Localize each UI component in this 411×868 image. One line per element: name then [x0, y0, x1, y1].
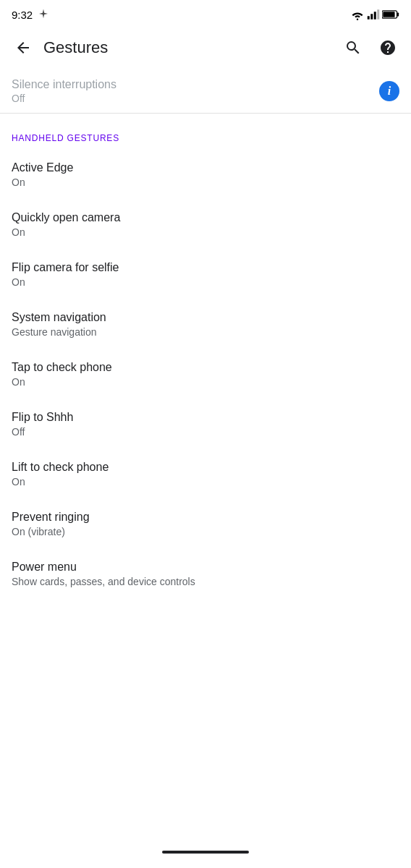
status-bar: 9:32 [0, 0, 411, 26]
settings-item[interactable]: Flip camera for selfie On [12, 250, 399, 299]
settings-item-title: Quickly open camera [12, 211, 399, 224]
settings-list: Active Edge On Quickly open camera On Fl… [0, 150, 411, 599]
wifi-icon [350, 9, 365, 20]
section-header-label: HANDHELD GESTURES [12, 133, 119, 143]
settings-item-title: Power menu [12, 561, 399, 574]
settings-item-subtitle: Show cards, passes, and device controls [12, 576, 399, 587]
info-icon-label: i [388, 85, 391, 97]
battery-icon [382, 9, 399, 20]
settings-item[interactable]: Power menu Show cards, passes, and devic… [12, 549, 399, 599]
settings-item[interactable]: Quickly open camera On [12, 200, 399, 250]
help-button[interactable] [373, 33, 402, 62]
svg-point-0 [357, 18, 359, 20]
settings-item-subtitle: On (vibrate) [12, 526, 399, 537]
settings-item-subtitle: On [12, 376, 399, 388]
status-time: 9:32 [12, 9, 33, 21]
settings-item-subtitle: On [12, 226, 399, 238]
silence-text: Silence interruptions Off [12, 78, 116, 104]
settings-item-subtitle: On [12, 176, 399, 188]
svg-rect-6 [397, 12, 399, 16]
settings-item-subtitle: Gesture navigation [12, 326, 399, 338]
silence-title: Silence interruptions [12, 78, 116, 91]
app-bar-actions [339, 33, 402, 62]
silence-subtitle: Off [12, 93, 116, 104]
search-button[interactable] [339, 33, 368, 62]
app-bar: Gestures [0, 26, 411, 69]
settings-item[interactable]: Lift to check phone On [12, 449, 399, 499]
page-title: Gestures [43, 38, 339, 57]
status-right-icons [350, 9, 399, 20]
settings-item-title: Flip to Shhh [12, 411, 399, 424]
settings-item-subtitle: Off [12, 426, 399, 438]
settings-item[interactable]: Active Edge On [12, 150, 399, 200]
back-icon [14, 39, 32, 56]
search-icon [344, 39, 362, 56]
settings-item-title: Lift to check phone [12, 461, 399, 474]
settings-item-title: Tap to check phone [12, 361, 399, 374]
signal-icon [367, 9, 380, 20]
settings-item[interactable]: System navigation Gesture navigation [12, 299, 399, 349]
bottom-indicator [162, 851, 249, 854]
settings-item[interactable]: Flip to Shhh Off [12, 399, 399, 449]
back-button[interactable] [9, 33, 38, 62]
settings-item-title: Prevent ringing [12, 511, 399, 524]
settings-item-title: Active Edge [12, 161, 399, 174]
help-icon [379, 39, 397, 56]
bottom-bar [0, 845, 411, 868]
svg-rect-1 [368, 16, 370, 20]
settings-item-subtitle: On [12, 276, 399, 288]
svg-rect-2 [370, 14, 373, 20]
info-button[interactable]: i [379, 81, 399, 101]
sparkle-icon [37, 8, 50, 21]
svg-rect-4 [377, 9, 379, 20]
svg-rect-7 [383, 12, 394, 17]
settings-item[interactable]: Tap to check phone On [12, 349, 399, 399]
settings-item-title: System navigation [12, 311, 399, 324]
svg-rect-3 [374, 12, 376, 20]
settings-item-title: Flip camera for selfie [12, 261, 399, 274]
section-header: HANDHELD GESTURES [0, 114, 411, 150]
settings-item-subtitle: On [12, 476, 399, 488]
silence-interruptions-section[interactable]: Silence interruptions Off i [0, 69, 411, 114]
settings-item[interactable]: Prevent ringing On (vibrate) [12, 499, 399, 549]
